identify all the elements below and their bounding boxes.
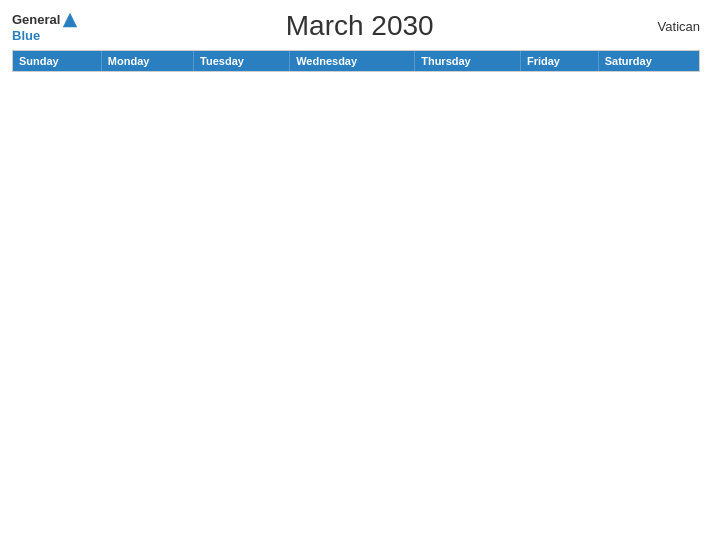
header: General Blue March 2030 Vatican [12, 10, 700, 42]
page: General Blue March 2030 Vatican Sunday M… [0, 0, 712, 550]
calendar: Sunday Monday Tuesday Wednesday Thursday… [12, 50, 700, 72]
logo-general: General [12, 13, 60, 26]
logo-blue: Blue [12, 29, 40, 42]
logo-icon [61, 11, 79, 29]
svg-marker-0 [63, 12, 77, 26]
col-friday: Friday [520, 51, 598, 71]
days-header-row: Sunday Monday Tuesday Wednesday Thursday… [13, 51, 699, 71]
col-thursday: Thursday [415, 51, 521, 71]
col-wednesday: Wednesday [290, 51, 415, 71]
col-monday: Monday [101, 51, 193, 71]
col-sunday: Sunday [13, 51, 101, 71]
col-saturday: Saturday [598, 51, 699, 71]
country-label: Vatican [640, 19, 700, 34]
logo: General Blue [12, 11, 79, 42]
col-tuesday: Tuesday [194, 51, 290, 71]
calendar-title: March 2030 [79, 10, 640, 42]
